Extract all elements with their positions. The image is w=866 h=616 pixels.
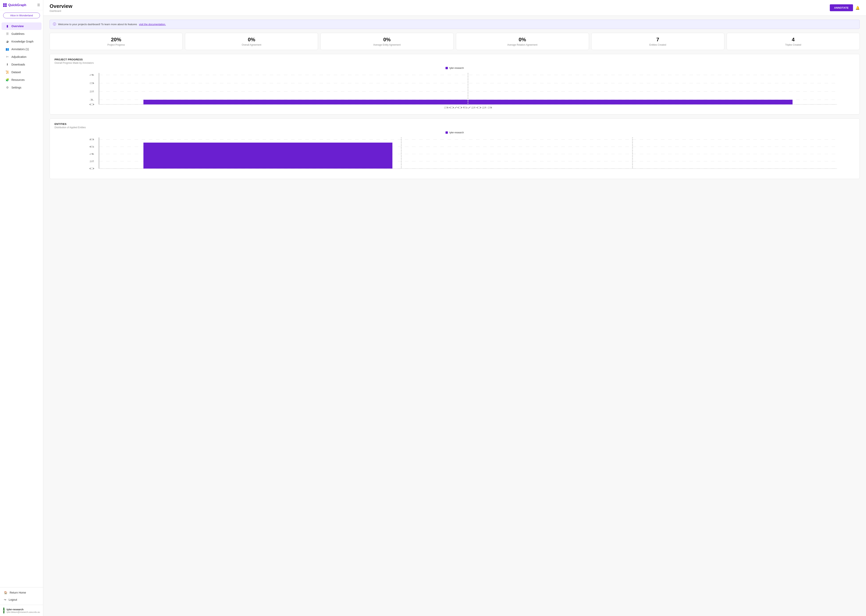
logout-icon: ↪ [4, 598, 6, 601]
settings-icon: ⚙ [6, 86, 9, 89]
logo-area: QuickGraph [3, 3, 26, 7]
main-content: Overview Dashboard ANNOTATE 🔔 ⓘ Welcome … [43, 0, 866, 616]
svg-text:3: 3 [89, 82, 94, 85]
project-progress-svg: 4 3 2 1 0 30/05/2023 [55, 71, 855, 110]
svg-text:0: 0 [89, 103, 94, 106]
stat-triples-created: 4 Triples Created [727, 33, 860, 50]
return-home-label: Return Home [9, 591, 26, 594]
header-right: ANNOTATE 🔔 [830, 4, 860, 11]
sidebar-item-downloads[interactable]: ⬇ Downloads [2, 61, 41, 68]
logout-item[interactable]: ↪ Logout [0, 596, 43, 603]
entities-chart-area: 8 6 4 2 0 [55, 135, 855, 175]
svg-text:1: 1 [89, 99, 94, 101]
info-banner: ⓘ Welcome to your projects dashboard! To… [50, 20, 860, 29]
svg-text:8: 8 [89, 138, 94, 141]
user-name: tyler-research [6, 608, 40, 611]
page-header: Overview Dashboard ANNOTATE 🔔 [43, 0, 866, 16]
breadcrumb: Dashboard [50, 9, 72, 13]
project-progress-chart-title: PROJECT PROGRESS [55, 58, 855, 61]
header-left: Overview Dashboard [50, 3, 72, 13]
project-progress-chart-legend: tyler-research [55, 67, 855, 69]
svg-text:0: 0 [89, 167, 94, 170]
return-home-item[interactable]: 🏠 Return Home [0, 589, 43, 596]
stat-value-entities-created: 7 [595, 36, 721, 43]
sidebar-item-guidelines[interactable]: ☰ Guidelines [2, 30, 41, 38]
sidebar-item-knowledge-graph[interactable]: ◕ Knowledge Graph [2, 38, 41, 45]
return-home-icon: 🏠 [4, 591, 7, 594]
legend-dot-tyler-research [446, 67, 448, 69]
sidebar-item-annotators-label: Annotators (1) [11, 47, 29, 51]
logout-label: Logout [9, 598, 17, 601]
stat-label-overall-agreement: Overall Agreement [188, 44, 315, 46]
legend-label-tyler-research: tyler-research [449, 67, 464, 69]
project-progress-chart-area: 4 3 2 1 0 30/05/2023 [55, 71, 855, 110]
sidebar-bottom-nav: 🏠 Return Home ↪ Logout [0, 587, 43, 605]
entities-legend-label: tyler-research [449, 131, 464, 134]
sidebar-item-downloads-label: Downloads [11, 63, 25, 66]
stat-label-triples-created: Triples Created [730, 44, 857, 46]
stat-value-avg-entity-agreement: 0% [324, 36, 450, 43]
sidebar-item-resources-label: Resources [11, 78, 25, 82]
info-icon: ⓘ [53, 22, 56, 26]
avatar: t [3, 607, 5, 614]
stats-row: 20% Project Progress 0% Overall Agreemen… [50, 33, 860, 50]
sidebar-header: QuickGraph ☰ [0, 0, 43, 10]
entities-svg: 8 6 4 2 0 [55, 135, 855, 175]
sidebar-item-dataset-label: Dataset [11, 71, 21, 74]
stat-label-entities-created: Entities Created [595, 44, 721, 46]
page-title: Overview [50, 3, 72, 9]
entities-legend-dot [446, 131, 448, 134]
annotate-button[interactable]: ANNOTATE [830, 4, 853, 11]
notification-bell-icon[interactable]: 🔔 [855, 6, 860, 10]
sidebar-nav: ▮ Overview ☰ Guidelines ◕ Knowledge Grap… [0, 20, 43, 587]
svg-text:4: 4 [89, 153, 94, 156]
sidebar-item-settings[interactable]: ⚙ Settings [2, 84, 41, 91]
sidebar-item-dataset[interactable]: 📜 Dataset [2, 68, 41, 76]
stat-overall-agreement: 0% Overall Agreement [185, 33, 318, 50]
stat-label-avg-relation-agreement: Average Relation Agreement [459, 44, 586, 46]
stat-label-project-progress: Project Progress [53, 44, 179, 46]
knowledge-graph-icon: ◕ [6, 40, 9, 43]
sidebar-item-overview[interactable]: ▮ Overview [2, 22, 41, 30]
entities-chart-legend: tyler-research [55, 131, 855, 134]
sidebar-item-resources[interactable]: 🧩 Resources [2, 76, 41, 83]
entities-chart-card: ENTITIES Distribution of Applied Entitie… [50, 118, 860, 179]
svg-text:6: 6 [89, 146, 94, 148]
dataset-icon: 📜 [6, 71, 9, 74]
entities-chart-subtitle: Distribution of Applied Entities [55, 126, 855, 129]
sidebar-item-adjudication-label: Adjudication [11, 55, 26, 58]
stat-avg-entity-agreement: 0% Average Entity Agreement [320, 33, 453, 50]
user-email: tyler.bikaun@research.uwa.edu.au [6, 611, 40, 613]
guidelines-icon: ☰ [6, 32, 9, 36]
documentation-link[interactable]: visit the documentation. [139, 23, 166, 26]
sidebar-item-guidelines-label: Guidelines [11, 32, 24, 35]
sidebar-item-overview-label: Overview [11, 25, 24, 28]
stat-value-overall-agreement: 0% [188, 36, 315, 43]
annotators-icon: 👥 [6, 47, 9, 51]
banner-text: Welcome to your projects dashboard! To l… [58, 23, 137, 26]
sidebar: QuickGraph ☰ Alice in Wonderland ▮ Overv… [0, 0, 43, 616]
downloads-icon: ⬇ [6, 63, 9, 66]
user-info: tyler-research tyler.bikaun@research.uwa… [6, 608, 40, 613]
adjudication-icon: ✄ [6, 55, 9, 59]
project-badge[interactable]: Alice in Wonderland [3, 13, 40, 18]
entities-chart-title: ENTITIES [55, 123, 855, 126]
svg-text:2: 2 [89, 160, 94, 163]
sidebar-item-adjudication[interactable]: ✄ Adjudication [2, 53, 41, 61]
project-progress-chart-subtitle: Overall Progress Made by Annotators [55, 61, 855, 64]
logo-icon [3, 3, 7, 7]
stat-value-avg-relation-agreement: 0% [459, 36, 586, 43]
overview-icon: ▮ [6, 24, 9, 28]
bar-entities-tyler [143, 143, 392, 168]
stat-value-project-progress: 20% [53, 36, 179, 43]
svg-text:30/05/2023: 30/05/2023 [444, 107, 493, 109]
svg-text:4: 4 [89, 74, 94, 76]
resources-icon: 🧩 [6, 78, 9, 82]
hamburger-icon[interactable]: ☰ [37, 3, 40, 7]
stat-entities-created: 7 Entities Created [591, 33, 724, 50]
svg-text:2: 2 [89, 90, 94, 93]
page-content: ⓘ Welcome to your projects dashboard! To… [43, 16, 866, 187]
stat-label-avg-entity-agreement: Average Entity Agreement [324, 44, 450, 46]
sidebar-item-annotators[interactable]: 👥 Annotators (1) [2, 46, 41, 53]
app-name: QuickGraph [8, 3, 26, 7]
